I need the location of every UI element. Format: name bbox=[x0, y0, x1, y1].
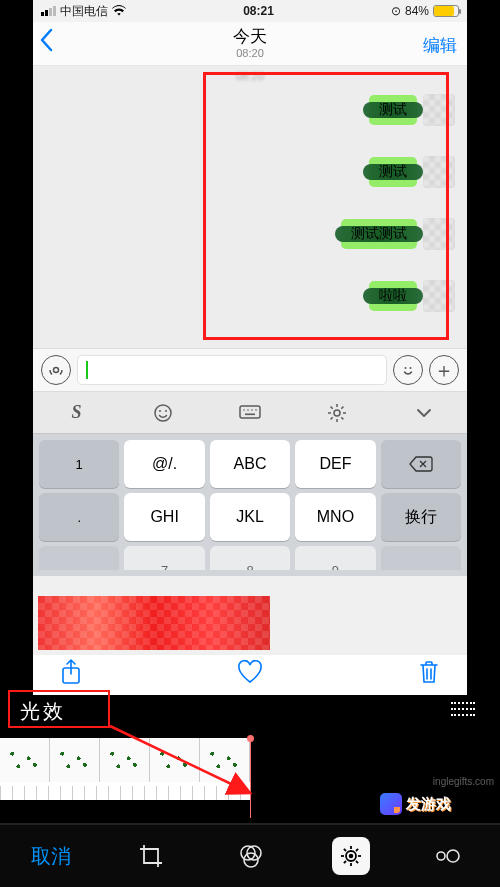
kb-emoji-icon[interactable] bbox=[152, 402, 174, 424]
watermark-logo: 发游戏 bbox=[374, 789, 494, 819]
svg-point-1 bbox=[405, 367, 407, 369]
svg-point-4 bbox=[159, 410, 161, 412]
svg-point-9 bbox=[251, 409, 253, 411]
back-chevron-icon[interactable] bbox=[39, 28, 53, 59]
svg-point-3 bbox=[155, 405, 171, 421]
key-blank2[interactable] bbox=[381, 546, 461, 570]
status-bar: 中国电信 08:21 ⊙ 84% bbox=[33, 0, 467, 22]
key-dot[interactable]: . bbox=[39, 493, 119, 541]
menu-icon[interactable] bbox=[451, 702, 475, 716]
sogou-icon[interactable]: S bbox=[65, 402, 87, 424]
key-8[interactable]: 8 bbox=[210, 546, 290, 570]
key-1[interactable]: 1 bbox=[39, 440, 119, 488]
svg-point-8 bbox=[247, 409, 249, 411]
heart-icon[interactable] bbox=[237, 660, 263, 690]
key-ghi[interactable]: GHI bbox=[124, 493, 204, 541]
svg-point-5 bbox=[165, 410, 167, 412]
svg-line-27 bbox=[356, 849, 358, 851]
annotation-red-box-small bbox=[8, 690, 110, 728]
key-9[interactable]: 9 bbox=[295, 546, 375, 570]
edit-button[interactable]: 编辑 bbox=[423, 34, 457, 57]
chevron-down-icon[interactable] bbox=[413, 402, 435, 424]
censored-red-strip bbox=[38, 596, 270, 650]
battery-icon bbox=[433, 5, 459, 17]
svg-point-19 bbox=[348, 854, 353, 859]
nav-subtitle: 08:20 bbox=[233, 47, 267, 60]
key-abc[interactable]: ABC bbox=[210, 440, 290, 488]
trash-icon[interactable] bbox=[419, 660, 439, 690]
phone-screenshot: 中国电信 08:21 ⊙ 84% 今天 08:20 编辑 bbox=[33, 0, 467, 687]
keyboard: 1 @/. ABC DEF . GHI JKL MNO 换行 7 8 9 bbox=[33, 434, 467, 576]
watermark-small: inglegifts.com bbox=[433, 776, 494, 787]
svg-point-28 bbox=[437, 852, 445, 860]
alarm-icon: ⊙ bbox=[391, 4, 401, 18]
crop-tool-icon[interactable] bbox=[132, 837, 170, 875]
kb-gear-icon[interactable] bbox=[326, 402, 348, 424]
plus-icon[interactable]: ＋ bbox=[429, 355, 459, 385]
svg-point-29 bbox=[447, 850, 459, 862]
svg-line-24 bbox=[343, 849, 345, 851]
key-mno[interactable]: MNO bbox=[295, 493, 375, 541]
nav-title: 今天 08:20 bbox=[233, 27, 267, 59]
logo-icon bbox=[380, 793, 402, 815]
wifi-icon bbox=[112, 3, 126, 19]
signal-icon bbox=[41, 6, 56, 16]
cancel-button[interactable]: 取消 bbox=[31, 843, 71, 870]
key-jkl[interactable]: JKL bbox=[210, 493, 290, 541]
message-input[interactable] bbox=[77, 355, 387, 385]
svg-point-2 bbox=[410, 367, 412, 369]
chat-area: 08:20 测试 测试 测试测试 啦啦 bbox=[33, 66, 467, 348]
svg-point-10 bbox=[255, 409, 257, 411]
clock: 08:21 bbox=[243, 4, 274, 18]
emoji-icon[interactable] bbox=[393, 355, 423, 385]
photo-actions-bar bbox=[33, 655, 467, 695]
more-tool-icon[interactable] bbox=[431, 837, 469, 875]
battery-pct: 84% bbox=[405, 4, 429, 18]
watermark-text: 发游戏 bbox=[406, 795, 451, 814]
playhead[interactable] bbox=[250, 738, 251, 818]
key-7[interactable]: 7 bbox=[124, 546, 204, 570]
svg-line-25 bbox=[356, 861, 358, 863]
key-backspace[interactable] bbox=[381, 440, 461, 488]
filters-tool-icon[interactable] bbox=[232, 837, 270, 875]
video-timeline[interactable] bbox=[0, 738, 250, 800]
svg-point-12 bbox=[334, 410, 340, 416]
voice-icon[interactable] bbox=[41, 355, 71, 385]
svg-rect-6 bbox=[240, 406, 260, 418]
svg-point-7 bbox=[243, 409, 245, 411]
annotation-red-box bbox=[203, 72, 449, 340]
key-blank[interactable] bbox=[39, 546, 119, 570]
key-def[interactable]: DEF bbox=[295, 440, 375, 488]
chat-input-bar: ＋ bbox=[33, 348, 467, 392]
adjust-tool-icon[interactable] bbox=[332, 837, 370, 875]
share-icon[interactable] bbox=[61, 659, 81, 691]
svg-point-0 bbox=[54, 368, 59, 373]
key-return[interactable]: 换行 bbox=[381, 493, 461, 541]
key-at[interactable]: @/. bbox=[124, 440, 204, 488]
svg-line-26 bbox=[343, 861, 345, 863]
nav-bar: 今天 08:20 编辑 bbox=[33, 22, 467, 66]
carrier-label: 中国电信 bbox=[60, 3, 108, 20]
keyboard-type-icon[interactable] bbox=[239, 402, 261, 424]
keyboard-toolbar: S bbox=[33, 392, 467, 434]
svg-rect-11 bbox=[245, 413, 255, 415]
editor-toolbar: 取消 bbox=[0, 823, 500, 887]
